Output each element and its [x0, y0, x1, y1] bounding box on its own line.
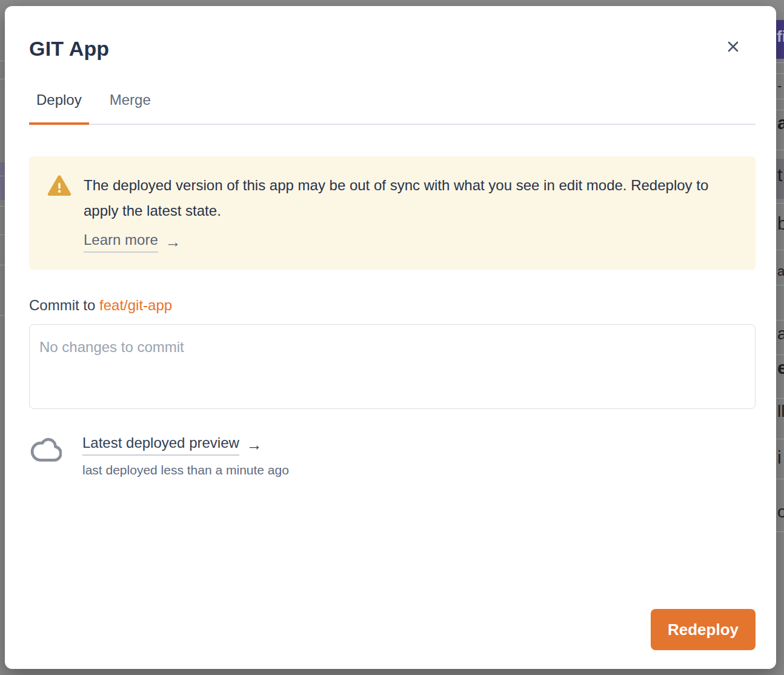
background-row-line: [776, 62, 784, 63]
cloud-icon: [29, 436, 62, 467]
modal-title: GIT App: [29, 36, 756, 61]
background-tab-text: fi: [777, 27, 784, 46]
background-letter: t: [777, 165, 782, 185]
redeploy-button[interactable]: Redeploy: [651, 609, 756, 650]
branch-link[interactable]: feat/git-app: [99, 297, 172, 313]
warning-message: The deployed version of this app may be …: [84, 173, 737, 224]
git-app-modal: GIT App Deploy Merge The deployed ver: [5, 6, 776, 669]
out-of-sync-warning-banner: The deployed version of this app may be …: [29, 156, 756, 270]
background-row-line: [776, 203, 784, 204]
background-row-highlight: [0, 162, 5, 200]
commit-message-input[interactable]: [29, 324, 756, 409]
background-tab-fragment: fi: [776, 20, 784, 59]
background-row-line: [0, 265, 5, 265]
tab-deploy[interactable]: Deploy: [29, 91, 89, 125]
background-letter: a: [777, 325, 784, 344]
last-deployed-status: last deployed less than a minute ago: [82, 462, 289, 478]
tab-bar: Deploy Merge: [29, 91, 756, 125]
background-row-line: [0, 234, 5, 235]
background-row-line: [0, 79, 5, 79]
background-row-line: [776, 110, 784, 110]
background-row-line: [776, 439, 784, 439]
background-row-line: [776, 320, 784, 321]
arrow-right-icon: →: [165, 233, 181, 251]
background-row-line: [0, 61, 5, 61]
commit-to-label: Commit to feat/git-app: [29, 296, 756, 314]
learn-more-link[interactable]: Learn more: [84, 231, 158, 253]
close-button[interactable]: [724, 38, 742, 56]
background-row-line: [776, 479, 784, 479]
close-icon: [726, 39, 740, 54]
arrow-right-icon: →: [247, 436, 262, 454]
background-letter: -: [777, 79, 782, 93]
tab-merge[interactable]: Merge: [102, 91, 158, 125]
background-letter: i: [777, 447, 782, 467]
background-row-line: [776, 285, 784, 285]
background-row-line: [0, 176, 5, 176]
background-row-line: [776, 531, 784, 532]
background-row-line: [776, 354, 784, 355]
background-letter: a: [777, 113, 784, 133]
commit-to-prefix: Commit to: [29, 297, 99, 313]
latest-deployed-preview-link[interactable]: Latest deployed preview: [82, 434, 239, 456]
background-row-line: [776, 150, 784, 150]
background-letter: e: [777, 357, 784, 377]
background-row-line: [776, 73, 784, 74]
background-letter: o: [777, 503, 784, 522]
background-row-line: [776, 250, 784, 250]
background-row-line: [776, 398, 784, 399]
background-row-line: [776, 99, 784, 99]
background-letter: a: [777, 264, 784, 279]
background-letter: ll: [777, 402, 784, 421]
warning-icon: [47, 175, 71, 199]
deployed-preview-section: Latest deployed preview → last deployed …: [29, 434, 756, 478]
background-row-line: [0, 206, 5, 207]
background-letter: b: [777, 213, 784, 233]
background-row-line: [0, 315, 5, 316]
